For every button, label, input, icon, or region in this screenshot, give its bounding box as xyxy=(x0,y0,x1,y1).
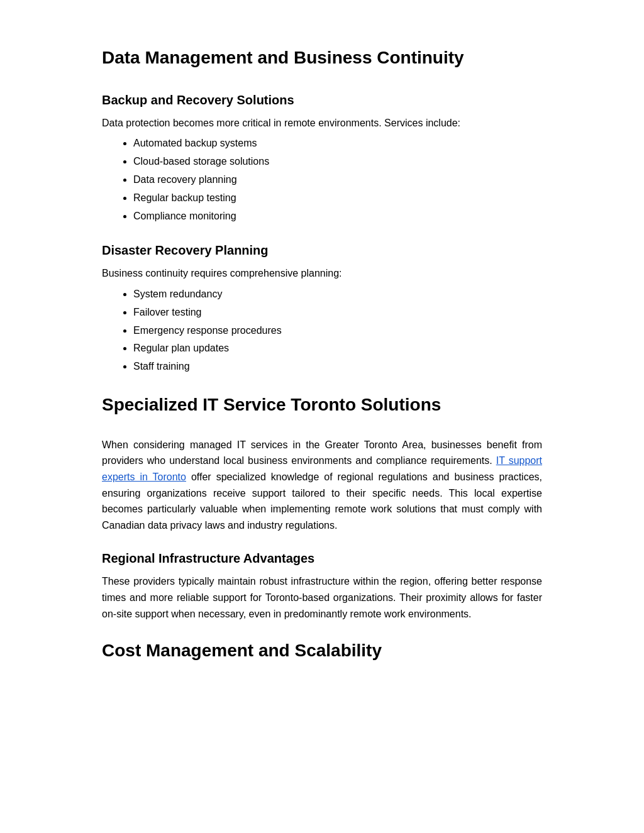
list-item: Data recovery planning xyxy=(133,171,542,189)
list-item: Compliance monitoring xyxy=(133,207,542,226)
regional-infrastructure-body: These providers typically maintain robus… xyxy=(102,573,542,622)
specialized-body: When considering managed IT services in … xyxy=(102,437,542,534)
cost-section: Cost Management and Scalability xyxy=(102,637,542,665)
specialized-body-before-link: When considering managed IT services in … xyxy=(102,439,542,466)
backup-recovery-list: Automated backup systems Cloud-based sto… xyxy=(102,135,542,225)
page-container: Data Management and Business Continuity … xyxy=(52,0,592,733)
list-item: System redundancy xyxy=(133,285,542,304)
backup-recovery-section: Backup and Recovery Solutions Data prote… xyxy=(102,90,542,226)
list-item: Emergency response procedures xyxy=(133,322,542,340)
list-item: Automated backup systems xyxy=(133,135,542,153)
disaster-recovery-title: Disaster Recovery Planning xyxy=(102,240,542,260)
backup-recovery-intro: Data protection becomes more critical in… xyxy=(102,115,542,131)
list-item: Staff training xyxy=(133,358,542,376)
list-item: Regular plan updates xyxy=(133,339,542,358)
main-title: Data Management and Business Continuity xyxy=(102,44,542,72)
cost-title: Cost Management and Scalability xyxy=(102,637,542,665)
disaster-recovery-intro: Business continuity requires comprehensi… xyxy=(102,265,542,282)
list-item: Failover testing xyxy=(133,304,542,322)
backup-recovery-title: Backup and Recovery Solutions xyxy=(102,90,542,110)
specialized-section: Specialized IT Service Toronto Solutions… xyxy=(102,391,542,622)
list-item: Regular backup testing xyxy=(133,189,542,207)
disaster-recovery-list: System redundancy Failover testing Emerg… xyxy=(102,285,542,376)
regional-infrastructure-section: Regional Infrastructure Advantages These… xyxy=(102,548,542,622)
list-item: Cloud-based storage solutions xyxy=(133,153,542,171)
specialized-title: Specialized IT Service Toronto Solutions xyxy=(102,391,542,419)
regional-infrastructure-title: Regional Infrastructure Advantages xyxy=(102,548,542,568)
disaster-recovery-section: Disaster Recovery Planning Business cont… xyxy=(102,240,542,376)
